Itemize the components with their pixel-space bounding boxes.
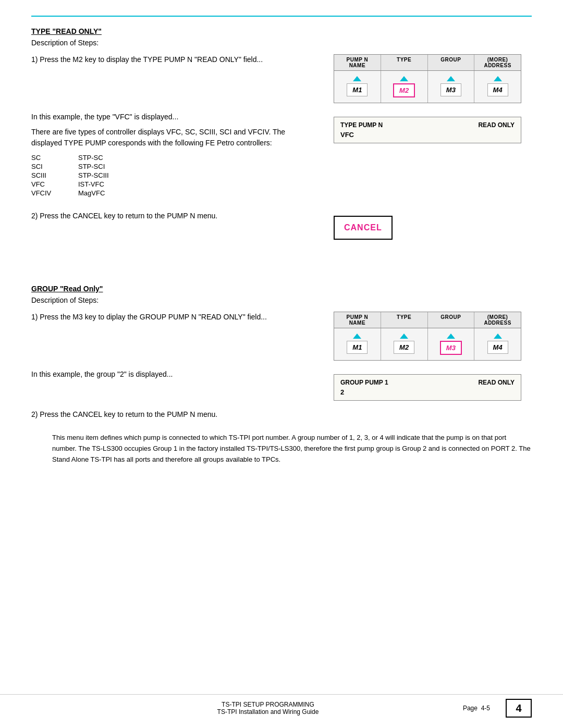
read-only-label-1: TYPE PUMP N xyxy=(340,121,383,129)
pump2-btn-m1[interactable]: M1 xyxy=(334,328,381,360)
read-only-display-2: GROUP PUMP 1 READ ONLY 2 xyxy=(334,374,521,401)
pump2-header-group: GROUP xyxy=(428,312,475,328)
controller-table: SC STP-SC SCI STP-SCI SCIII STP-SCIII VF… xyxy=(31,154,318,197)
pump-btn-m4[interactable]: M4 xyxy=(474,71,521,103)
btn-m4-label[interactable]: M4 xyxy=(487,83,508,96)
pump-widget-2: PUMP NNAME TYPE GROUP (MORE)ADDRESS M1 M… xyxy=(334,312,521,361)
section2-title: GROUP "Read Only" xyxy=(31,285,532,293)
ctrl-val-sc: STP-SC xyxy=(78,154,103,162)
page-footer: TS-TPI SETUP PROGRAMMING TS-TPI Installa… xyxy=(0,694,563,718)
btn2-m1-label[interactable]: M1 xyxy=(347,341,368,354)
pump-header-type: TYPE xyxy=(381,55,428,70)
ctrl-val-sci: STP-SCI xyxy=(78,163,105,170)
step2-left: 2) Press the CANCEL key to return to the… xyxy=(31,211,334,226)
controller-desc: There are five types of controller displ… xyxy=(31,127,318,149)
ctrl-row-vfciv: VFCIV MagVFC xyxy=(31,189,318,197)
footer-line2: TS-TPI Installation and Wiring Guide xyxy=(217,708,319,715)
cancel-button-1[interactable]: CANCEL xyxy=(334,216,393,240)
page-container: TYPE "READ ONLY" Description of Steps: 1… xyxy=(0,0,563,728)
pump-header-address: (MORE)ADDRESS xyxy=(474,55,521,70)
btn-m2-label[interactable]: M2 xyxy=(393,83,415,97)
pump-btn-m2[interactable]: M2 xyxy=(381,71,428,103)
footer-page-info: Page 4-5 4 xyxy=(463,699,532,718)
pump-widget-2-header: PUMP NNAME TYPE GROUP (MORE)ADDRESS xyxy=(334,312,521,328)
section-group-read-only: GROUP "Read Only" Description of Steps: … xyxy=(31,285,532,465)
pump-header-group: GROUP xyxy=(428,55,475,70)
pump-btn-m1[interactable]: M1 xyxy=(334,71,381,103)
section2-example-text: In this example, the group "2" is displa… xyxy=(31,369,318,380)
section2-step2-row: 2) Press the CANCEL key to return to the… xyxy=(31,409,532,424)
cancel-label-1: CANCEL xyxy=(344,223,382,232)
btn-m3-arrow xyxy=(447,76,455,81)
btn-m3-label[interactable]: M3 xyxy=(440,83,461,96)
step1-right: PUMP NNAME TYPE GROUP (MORE)ADDRESS M1 M… xyxy=(334,54,532,103)
ctrl-val-vfc: IST-VFC xyxy=(78,180,104,188)
ctrl-key-sciii: SCIII xyxy=(31,171,63,179)
example-left: In this example, the type "VFC" is displ… xyxy=(31,112,334,202)
read-only-value-1: VFC xyxy=(340,131,515,139)
pump2-btn-m3[interactable]: M3 xyxy=(428,328,475,360)
pump2-header-address: (MORE)ADDRESS xyxy=(474,312,521,328)
example-row: In this example, the type "VFC" is displ… xyxy=(31,112,532,202)
ctrl-row-sci: SCI STP-SCI xyxy=(31,163,318,170)
example-text: In this example, the type "VFC" is displ… xyxy=(31,112,318,122)
footer-page-icon: 4 xyxy=(506,699,532,718)
step1-row: 1) Press the M2 key to display the TYPE … xyxy=(31,54,532,103)
ctrl-row-sciii: SCIII STP-SCIII xyxy=(31,171,318,179)
read-only-status-2: READ ONLY xyxy=(478,379,515,386)
ctrl-row-vfc: VFC IST-VFC xyxy=(31,180,318,188)
btn2-m1-arrow xyxy=(353,334,361,339)
section2-step2-left: 2) Press the CANCEL key to return to the… xyxy=(31,409,334,424)
pump-widget-1: PUMP NNAME TYPE GROUP (MORE)ADDRESS M1 M… xyxy=(334,54,521,103)
step1-text: 1) Press the M2 key to display the TYPE … xyxy=(31,54,318,65)
btn2-m2-arrow xyxy=(400,334,408,339)
ctrl-val-vfciv: MagVFC xyxy=(78,189,105,197)
section2-step2-text: 2) Press the CANCEL key to return to the… xyxy=(31,409,318,420)
pump-widget-1-header: PUMP NNAME TYPE GROUP (MORE)ADDRESS xyxy=(334,55,521,71)
section2-step1-text: 1) Press the M3 key to diplay the GROUP … xyxy=(31,312,318,323)
pump-header-name: PUMP NNAME xyxy=(334,55,381,70)
footer-line1: TS-TPI SETUP PROGRAMMING xyxy=(217,701,319,708)
read-only-label-2: GROUP PUMP 1 xyxy=(340,379,388,386)
step2-row: 2) Press the CANCEL key to return to the… xyxy=(31,211,532,240)
section1-desc: Description of Steps: xyxy=(31,39,532,47)
section1-title: TYPE "READ ONLY" xyxy=(31,27,532,35)
step1-left: 1) Press the M2 key to display the TYPE … xyxy=(31,54,334,69)
section2-step1-left: 1) Press the M3 key to diplay the GROUP … xyxy=(31,312,334,327)
section2-step1-row: 1) Press the M3 key to diplay the GROUP … xyxy=(31,312,532,361)
pump2-btn-m2[interactable]: M2 xyxy=(381,328,428,360)
btn-m2-arrow xyxy=(400,76,408,81)
read-only-display-1: TYPE PUMP N READ ONLY VFC xyxy=(334,117,521,143)
btn-m4-arrow xyxy=(494,76,502,81)
section2-desc: Description of Steps: xyxy=(31,296,532,304)
btn-m1-arrow xyxy=(353,76,361,81)
step2-text: 2) Press the CANCEL key to return to the… xyxy=(31,211,318,221)
pump2-header-name: PUMP NNAME xyxy=(334,312,381,328)
ctrl-key-vfc: VFC xyxy=(31,180,63,188)
ctrl-val-sciii: STP-SCIII xyxy=(78,171,109,179)
read-only-value-2: 2 xyxy=(340,388,515,396)
section2-note: This menu item defines which pump is con… xyxy=(52,433,532,465)
spacer-1 xyxy=(31,264,532,285)
pump-widget-2-buttons: M1 M2 M3 M4 xyxy=(334,328,521,360)
ctrl-key-sci: SCI xyxy=(31,163,63,170)
ctrl-row-sc: SC STP-SC xyxy=(31,154,318,162)
btn2-m2-label[interactable]: M2 xyxy=(394,341,414,354)
ctrl-key-vfciv: VFCIV xyxy=(31,189,63,197)
section2-step1-right: PUMP NNAME TYPE GROUP (MORE)ADDRESS M1 M… xyxy=(334,312,532,361)
btn2-m3-label[interactable]: M3 xyxy=(440,341,462,355)
section2-example-row: In this example, the group "2" is displa… xyxy=(31,369,532,401)
btn2-m4-label[interactable]: M4 xyxy=(487,341,508,354)
pump2-header-type: TYPE xyxy=(381,312,428,328)
step2-right: CANCEL xyxy=(334,211,532,240)
pump-widget-1-buttons: M1 M2 M3 M4 xyxy=(334,71,521,103)
btn2-m4-arrow xyxy=(494,334,502,339)
footer-center: TS-TPI SETUP PROGRAMMING TS-TPI Installa… xyxy=(217,701,319,715)
btn-m1-label[interactable]: M1 xyxy=(347,83,368,96)
pump-btn-m3[interactable]: M3 xyxy=(428,71,475,103)
read-only-row-1: TYPE PUMP N READ ONLY xyxy=(340,121,515,129)
ctrl-key-sc: SC xyxy=(31,154,63,162)
section-type-read-only: TYPE "READ ONLY" Description of Steps: 1… xyxy=(31,27,532,248)
section2-example-right: GROUP PUMP 1 READ ONLY 2 xyxy=(334,369,532,401)
pump2-btn-m4[interactable]: M4 xyxy=(474,328,521,360)
